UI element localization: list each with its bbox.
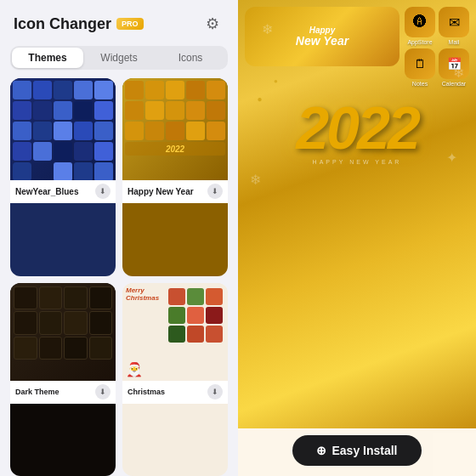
theme-card-gold[interactable]: 2022 Happy New Year ⬇ [122, 78, 228, 276]
gold-icon [186, 81, 205, 99]
install-icon: ⊕ [316, 444, 326, 457]
download-button-blues[interactable]: ⬇ [95, 184, 110, 199]
pro-badge: PRO [116, 18, 144, 30]
easy-install-button[interactable]: ⊕ Easy Install [292, 435, 421, 466]
gold-icon [207, 122, 225, 140]
gold-2022-mini: 2022 [125, 142, 225, 156]
blues-icon [74, 162, 93, 180]
snowflake-deco: ❄ [453, 65, 464, 81]
dark-icon [89, 311, 113, 335]
dark-icon [39, 337, 63, 360]
gold-icon [125, 101, 144, 120]
balloon-deco: ● [274, 77, 278, 85]
easy-install-area: ⊕ Easy Install [238, 428, 476, 476]
blues-icon [13, 81, 31, 99]
theme-name-xmas: Christmas [128, 388, 165, 396]
blues-icon [54, 122, 72, 140]
tab-icons[interactable]: Icons [155, 48, 226, 68]
theme-name-blues: NewYear_Blues [15, 187, 79, 196]
blues-icon [13, 162, 31, 180]
dark-icon [39, 286, 63, 310]
theme-preview-gold: 2022 [122, 78, 228, 180]
xmas-icons [167, 286, 224, 381]
xmas-icon [187, 307, 204, 324]
download-button-dark[interactable]: ⬇ [95, 384, 110, 400]
blues-icon [94, 162, 113, 180]
xmas-icon [206, 326, 223, 343]
tab-widgets[interactable]: Widgets [83, 48, 155, 68]
theme-name-dark: Dark Theme [15, 388, 60, 396]
merry-christmas-text: MerryChristmas [126, 286, 159, 302]
theme-name-row-gold: Happy New Year ⬇ [122, 180, 228, 203]
blues-icon [94, 81, 113, 99]
notes-symbol: 🗒 [414, 57, 426, 71]
mail-label: Mail [449, 39, 460, 45]
appstore-symbol: 🅐 [413, 14, 427, 30]
hny-text: Happy New Year [296, 26, 348, 48]
dark-icon [89, 337, 113, 360]
blues-icon [74, 81, 93, 99]
blues-icon [54, 162, 72, 180]
theme-card-dark[interactable]: Dark Theme ⬇ [10, 283, 116, 477]
theme-preview-dark [10, 283, 116, 381]
calendar-label: Calendar [442, 81, 466, 87]
download-button-xmas[interactable]: ⬇ [207, 384, 223, 400]
theme-card-blues[interactable]: NewYear_Blues ⬇ [10, 78, 116, 276]
blues-icon [54, 101, 72, 120]
themes-grid: NewYear_Blues ⬇ [0, 78, 238, 476]
blues-icon-grid [10, 78, 116, 180]
gold-icon [207, 81, 225, 99]
happy-new-year-bottom: HAPPY NEW YEAR [238, 159, 476, 165]
install-label: Easy Install [332, 444, 397, 457]
hny-newyear: New Year [296, 35, 348, 48]
snowflake-deco: ❄ [250, 172, 261, 188]
year-display: 2022 HAPPY NEW YEAR [238, 90, 476, 167]
blues-icon [94, 142, 113, 161]
blues-icon [13, 142, 31, 161]
blues-icon [13, 101, 31, 120]
dark-icon [64, 286, 88, 310]
gold-icon [125, 81, 144, 99]
blues-icon [54, 142, 72, 161]
app-icon-appstore: 🅐 AppStore [405, 7, 435, 45]
gold-icon [186, 101, 205, 120]
blues-icon [74, 142, 93, 161]
dark-icon [64, 311, 88, 335]
right-panel: ❄ ❄ ❄ ✦ ● ● Happy New Year [238, 0, 476, 476]
header: Icon Changer PRO ⚙ [0, 0, 238, 42]
header-left: Icon Changer PRO [14, 15, 144, 33]
snowflake-deco: ❄ [262, 21, 273, 37]
theme-preview-blues [10, 78, 116, 180]
xmas-icon [206, 288, 223, 305]
year-2022-text: 2022 [296, 94, 418, 162]
wallpaper: ❄ ❄ ❄ ✦ ● ● Happy New Year [238, 0, 476, 428]
xmas-icon [206, 307, 223, 324]
gold-icon [166, 122, 184, 140]
theme-card-xmas[interactable]: MerryChristmas [122, 283, 228, 477]
gold-icon [166, 81, 184, 99]
gold-icon [145, 101, 164, 120]
blues-icon [33, 142, 52, 161]
theme-name-row-xmas: Christmas ⬇ [122, 381, 228, 404]
download-button-gold[interactable]: ⬇ [207, 184, 223, 199]
gold-icon [186, 122, 205, 140]
theme-name-row-dark: Dark Theme ⬇ [10, 381, 116, 404]
dark-icon [89, 286, 113, 310]
theme-name-gold: Happy New Year [128, 187, 194, 196]
xmas-icon [187, 326, 204, 343]
tab-themes[interactable]: Themes [12, 48, 83, 68]
blues-icon [33, 122, 52, 140]
blues-icon [74, 101, 93, 120]
theme-name-row-blues: NewYear_Blues ⬇ [10, 180, 116, 203]
notes-label: Notes [412, 81, 428, 87]
app-icon-notes: 🗒 Notes [405, 48, 435, 87]
gear-button[interactable]: ⚙ [201, 12, 224, 36]
phone-preview: ❄ ❄ ❄ ✦ ● ● Happy New Year [238, 0, 476, 428]
app-container: Icon Changer PRO ⚙ Themes Widgets Icons [0, 0, 476, 476]
gold-icon-grid: 2022 [122, 78, 228, 158]
blues-icon [33, 81, 52, 99]
dark-icon [64, 337, 88, 360]
blues-icon [13, 122, 31, 140]
gold-icon [145, 81, 164, 99]
blues-icon [74, 122, 93, 140]
